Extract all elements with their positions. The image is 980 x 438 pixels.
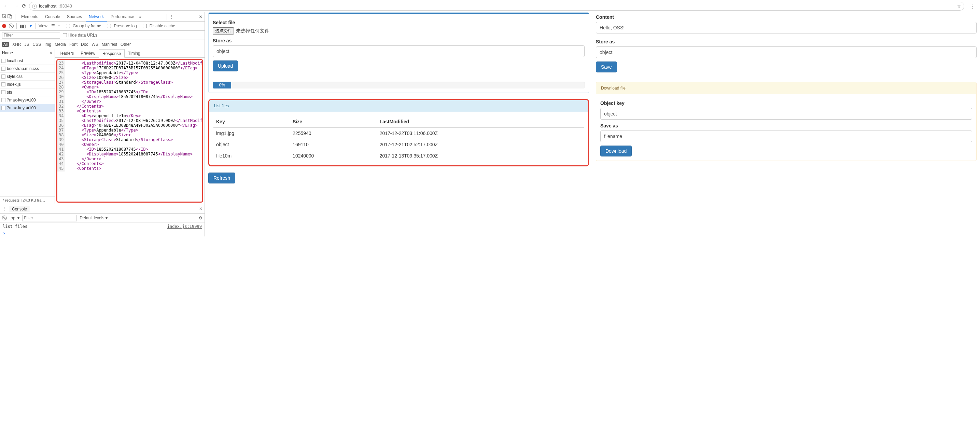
upload-panel: Select file 选择文件 未选择任何文件 Store as Upload… (208, 12, 589, 93)
record-button[interactable] (2, 24, 6, 28)
filter-ws[interactable]: WS (92, 42, 98, 47)
inspect-icon[interactable] (2, 14, 7, 20)
clear-button[interactable] (9, 24, 14, 29)
forward-button[interactable]: → (12, 2, 19, 10)
drawer-menu-icon[interactable]: ⋮ (2, 206, 6, 211)
hide-data-urls-checkbox[interactable] (63, 33, 67, 37)
upload-progress: 0% (213, 82, 585, 89)
preserve-log-label: Preserve log (114, 24, 137, 29)
response-code[interactable]: 23 24 25 26 27 28 29 30 31 32 33 34 35 3… (57, 60, 202, 172)
devtools-menu-icon[interactable]: ⋮ (170, 14, 174, 19)
file-icon (2, 98, 5, 102)
list-files-panel: List files Key Size LastModified img1.jp… (208, 99, 589, 166)
console-filter-input[interactable] (22, 215, 77, 221)
th-size: Size (290, 116, 377, 127)
console-settings-icon[interactable]: ⚙ (199, 216, 202, 220)
url-host: localhost (39, 3, 56, 8)
file-icon (2, 90, 5, 94)
console-clear-icon[interactable] (2, 216, 7, 220)
device-toggle-icon[interactable] (8, 14, 12, 20)
request-item[interactable]: style.css (0, 73, 55, 81)
save-button[interactable]: Save (596, 62, 617, 72)
close-request-pane-icon[interactable]: ✕ (49, 51, 52, 55)
console-prompt[interactable]: > (0, 230, 205, 236)
group-by-frame-checkbox[interactable] (66, 24, 70, 28)
file-icon (2, 106, 5, 110)
content-input[interactable] (596, 22, 977, 33)
view-large-icon[interactable]: ☰ (51, 24, 55, 29)
filter-other[interactable]: Other (121, 42, 131, 47)
request-item[interactable]: sts (0, 89, 55, 96)
request-item[interactable]: ?max-keys=100 (0, 104, 55, 112)
content-label: Content (596, 14, 977, 20)
upload-button[interactable]: Upload (213, 61, 238, 72)
filter-js[interactable]: JS (25, 42, 29, 47)
choose-file-button[interactable]: 选择文件 (213, 27, 234, 35)
console-log-line[interactable]: list files index.js:19999 (0, 223, 205, 230)
tab-sources[interactable]: Sources (64, 12, 85, 22)
drawer-tab-console[interactable]: Console (9, 205, 30, 212)
file-icon (2, 59, 5, 63)
download-button[interactable]: Download (600, 145, 632, 156)
console-log-message: list files (3, 224, 27, 229)
refresh-button[interactable]: Refresh (208, 172, 235, 183)
tab-elements[interactable]: Elements (18, 12, 41, 22)
browser-toolbar: ← → ⟳ i localhost:63343 ☆ ⋮ (0, 0, 980, 12)
url-port: :63343 (58, 3, 72, 8)
tab-headers[interactable]: Headers (55, 49, 77, 58)
tab-response[interactable]: Response (99, 49, 125, 58)
bookmark-star-icon[interactable]: ☆ (957, 3, 961, 9)
request-footer: 7 requests | 24.3 KB tra… (0, 196, 55, 204)
download-panel: Download file Object key Save as Downloa… (596, 82, 977, 161)
request-item[interactable]: bootstrap.min.css (0, 65, 55, 73)
filter-doc[interactable]: Doc (81, 42, 88, 47)
filter-toggle-icon[interactable]: ▼ (29, 24, 33, 29)
network-toolbar: ▮◧ ▼ View: ☰ ≡ Group by frame Preserve l… (0, 22, 205, 31)
request-item[interactable]: localhost (0, 57, 55, 65)
devtools-close-icon[interactable]: ✕ (199, 14, 202, 19)
tab-performance[interactable]: Performance (108, 12, 137, 22)
object-key-input[interactable] (600, 108, 972, 119)
console-levels[interactable]: Default levels ▾ (80, 216, 107, 220)
drawer-close-icon[interactable]: ✕ (199, 206, 202, 211)
files-table: Key Size LastModified img1.jpg2255940201… (213, 116, 584, 161)
network-filter-input[interactable] (2, 32, 60, 38)
more-tabs-icon[interactable]: » (139, 14, 142, 19)
request-list-header[interactable]: Name✕ (0, 49, 55, 57)
store-as-input[interactable] (213, 45, 585, 57)
content-panel: Content Store as Save (596, 14, 977, 72)
console-log-location[interactable]: index.js:19999 (167, 224, 202, 229)
filter-img[interactable]: Img (45, 42, 51, 47)
network-filter-row: Hide data URLs (0, 31, 205, 40)
disable-cache-checkbox[interactable] (143, 24, 147, 28)
tab-timing[interactable]: Timing (125, 49, 144, 58)
address-bar[interactable]: i localhost:63343 ☆ (29, 2, 964, 11)
site-info-icon[interactable]: i (32, 4, 37, 8)
filter-all[interactable]: All (2, 42, 9, 47)
save-as-input[interactable] (600, 131, 972, 142)
back-button[interactable]: ← (3, 2, 10, 10)
content-store-as-input[interactable] (596, 46, 977, 58)
select-file-label: Select file (213, 20, 585, 25)
console-context[interactable]: top ▾ (10, 216, 19, 220)
filter-font[interactable]: Font (69, 42, 78, 47)
browser-menu-icon[interactable]: ⋮ (967, 2, 977, 10)
file-icon (2, 67, 5, 71)
page-content: Select file 选择文件 未选择任何文件 Store as Upload… (205, 12, 980, 236)
filter-css[interactable]: CSS (33, 42, 41, 47)
filter-media[interactable]: Media (55, 42, 66, 47)
reload-button[interactable]: ⟳ (22, 3, 26, 9)
preserve-log-checkbox[interactable] (107, 24, 111, 28)
request-item[interactable]: index.js (0, 81, 55, 89)
tab-network[interactable]: Network (86, 12, 107, 22)
request-list: Name✕ localhost bootstrap.min.css style.… (0, 49, 55, 204)
content-store-as-label: Store as (596, 39, 977, 45)
file-status: 未选择任何文件 (236, 28, 269, 34)
view-small-icon[interactable]: ≡ (58, 24, 60, 29)
tab-preview[interactable]: Preview (77, 49, 99, 58)
filter-xhr[interactable]: XHR (12, 42, 21, 47)
request-item[interactable]: ?max-keys=100 (0, 96, 55, 104)
screenshot-icon[interactable]: ▮◧ (19, 24, 26, 29)
filter-manifest[interactable]: Manifest (102, 42, 117, 47)
tab-console[interactable]: Console (42, 12, 63, 22)
